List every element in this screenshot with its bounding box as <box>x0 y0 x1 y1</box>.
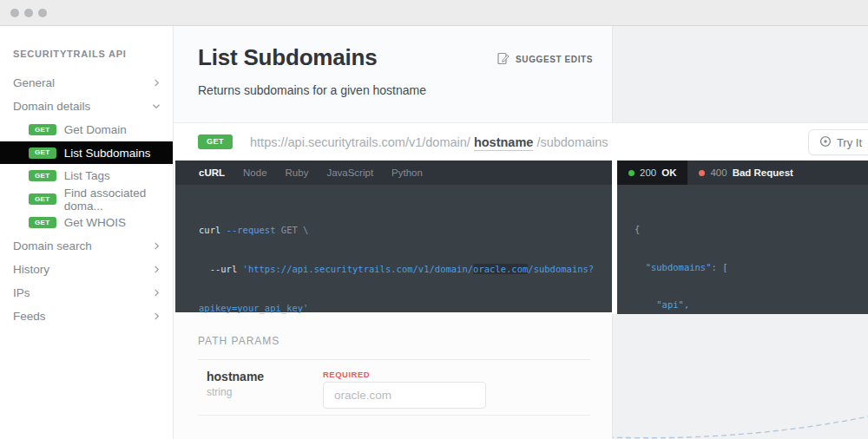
tab-200-ok[interactable]: 200 OK <box>617 161 687 185</box>
sidebar-item-domain-details[interactable]: Domain details <box>0 95 173 118</box>
sidebar-item-ips[interactable]: IPs <box>0 281 173 305</box>
header-right-spacer <box>612 26 868 122</box>
tab-javascript[interactable]: JavaScript <box>326 167 373 178</box>
background-decoration <box>612 314 868 439</box>
tab-400-bad-request[interactable]: 400 Bad Request <box>687 161 804 185</box>
sidebar-item-label: History <box>13 263 153 276</box>
sidebar-item-label: IPs <box>13 286 153 299</box>
param-type: string <box>207 386 232 398</box>
sidebar-item-label: Domain search <box>13 239 153 252</box>
sidebar-item-domain-search[interactable]: Domain search <box>0 234 173 258</box>
sidebar-item-history[interactable]: History <box>0 258 173 281</box>
get-method-badge: GET <box>29 193 56 205</box>
sidebar-item-label: List Tags <box>64 169 110 182</box>
status-code: 200 <box>640 167 656 178</box>
try-it-button[interactable]: Try It <box>808 129 868 155</box>
sidebar-item-label: Feeds <box>13 310 153 323</box>
success-dot-icon <box>628 170 635 176</box>
sidebar-item-label: Find associated doma... <box>64 187 173 213</box>
page-description: Returns subdomains for a given hostname <box>198 83 426 97</box>
divider <box>198 359 590 360</box>
window-control-dot[interactable] <box>38 9 47 17</box>
get-method-badge: GET <box>29 217 56 228</box>
edit-document-icon <box>497 52 510 67</box>
window-control-dot[interactable] <box>24 9 33 17</box>
url-prefix: https://api.securitytrails.com/v1/domain… <box>250 135 470 149</box>
suggest-edits-button[interactable]: SUGGEST EDITS <box>497 52 593 67</box>
get-method-badge: GET <box>29 170 56 181</box>
code-line: curl --request GET \ <box>199 224 605 237</box>
json-line: "api", <box>635 298 868 311</box>
sidebar-item-get-whois[interactable]: GET Get WHOIS <box>0 211 173 234</box>
hostname-input[interactable] <box>323 382 486 409</box>
sidebar-item-feeds[interactable]: Feeds <box>0 305 173 328</box>
chevron-right-icon <box>153 289 161 297</box>
response-status-tabs: 200 OK 400 Bad Request <box>617 161 868 185</box>
status-label: Bad Request <box>733 167 793 178</box>
sidebar-item-label: General <box>13 76 153 89</box>
path-params-section: PATH PARAMS hostname string REQUIRED <box>174 314 612 439</box>
code-editor[interactable]: curl --request GET \ --url 'https://api.… <box>175 185 612 312</box>
chevron-down-icon <box>152 102 161 110</box>
get-method-badge: GET <box>29 124 56 135</box>
divider <box>198 415 590 416</box>
param-name-hostname: hostname <box>207 370 264 383</box>
chevron-right-icon <box>153 265 161 273</box>
main-content: List Subdomains SUGGEST EDITS Returns su… <box>174 26 868 439</box>
code-sample-panel: cURL Node Ruby JavaScript Python curl --… <box>175 161 612 312</box>
try-it-label: Try It <box>837 136 862 149</box>
response-panel: 200 OK 400 Bad Request { "subdomains": [… <box>617 161 868 314</box>
path-params-title: PATH PARAMS <box>198 335 279 347</box>
sidebar: SECURITYTRAILS API General Domain detail… <box>0 26 174 439</box>
sidebar-item-label: Domain details <box>13 100 152 113</box>
suggest-edits-label: SUGGEST EDITS <box>516 55 593 64</box>
chevron-right-icon <box>153 242 161 250</box>
page-header: List Subdomains SUGGEST EDITS Returns su… <box>174 26 612 122</box>
tab-node[interactable]: Node <box>243 167 267 178</box>
sidebar-item-label: Get WHOIS <box>64 216 126 229</box>
get-method-badge: GET <box>198 134 233 149</box>
sidebar-item-find-associated-domains[interactable]: GET Find associated doma... <box>0 187 173 211</box>
page-title: List Subdomains <box>198 44 377 71</box>
json-line: { <box>635 223 868 236</box>
endpoint-url-bar: GET https://api.securitytrails.com/v1/do… <box>174 122 868 161</box>
sidebar-item-list-tags[interactable]: GET List Tags <box>0 164 173 187</box>
tab-ruby[interactable]: Ruby <box>286 167 309 178</box>
window-control-dot[interactable] <box>10 9 19 17</box>
status-label: OK <box>661 167 676 178</box>
code-line: apikey=your_api_key' <box>199 302 605 315</box>
sidebar-item-label: Get Domain <box>64 123 127 136</box>
target-circle-icon <box>819 135 832 150</box>
language-tabs: cURL Node Ruby JavaScript Python <box>175 161 612 185</box>
sidebar-item-label: List Subdomains <box>64 147 151 160</box>
url-suffix: /subdomains <box>536 135 608 149</box>
sidebar-title: SECURITYTRAILS API <box>13 49 173 59</box>
endpoint-url: https://api.securitytrails.com/v1/domain… <box>250 135 608 149</box>
error-dot-icon <box>699 170 705 176</box>
chevron-right-icon <box>153 312 161 320</box>
decorative-curve <box>613 404 868 439</box>
window-titlebar <box>0 0 868 26</box>
required-badge: REQUIRED <box>323 370 370 379</box>
tab-python[interactable]: Python <box>391 167 423 178</box>
response-json-viewer[interactable]: { "subdomains": [ "api", "em", "mail", "… <box>617 185 868 314</box>
status-code: 400 <box>710 167 727 178</box>
json-line: "subdomains": [ <box>635 261 868 274</box>
code-line: --url 'https://api.securitytrails.com/v1… <box>199 263 605 276</box>
sidebar-item-get-domain[interactable]: GET Get Domain <box>0 118 173 141</box>
sidebar-item-general[interactable]: General <box>0 71 173 95</box>
chevron-right-icon <box>153 79 161 87</box>
url-path-param[interactable]: hostname <box>474 135 534 151</box>
sidebar-item-list-subdomains[interactable]: GET List Subdomains <box>0 141 173 164</box>
tab-curl[interactable]: cURL <box>199 167 225 178</box>
get-method-badge: GET <box>29 147 56 159</box>
